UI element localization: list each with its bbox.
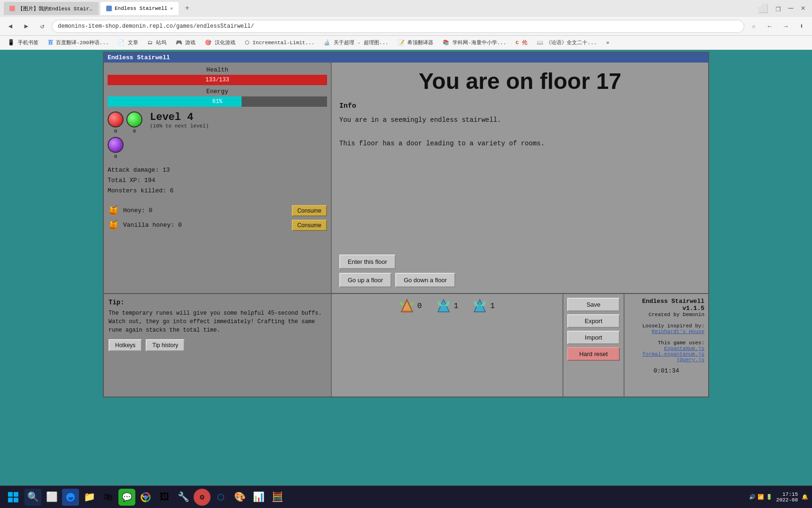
- bookmark-translate[interactable]: 百 百度翻译-200种语...: [44, 38, 113, 47]
- taskbar-wechat[interactable]: 💬: [118, 489, 135, 506]
- top-orbs: 0 0: [108, 111, 142, 134]
- bookmark-games[interactable]: 🎮 游戏: [172, 38, 200, 47]
- level-progress: (10% to next level): [150, 123, 209, 129]
- tray-icon1: 🔊: [749, 494, 756, 500]
- tab-2[interactable]: Endless Stairwell ✕: [101, 2, 179, 15]
- history-forward[interactable]: →: [779, 20, 792, 33]
- go-down-button[interactable]: Go down a floor: [395, 273, 455, 287]
- taskbar-app10[interactable]: ⚙: [194, 489, 211, 506]
- expantanum-link-text[interactable]: ExpantaNum.js: [664, 346, 704, 351]
- taskbar-file-explorer[interactable]: 📁: [81, 489, 98, 506]
- formal-link-text[interactable]: formal-expantanum.js: [642, 351, 704, 357]
- game-title: Endless Stairwell: [108, 54, 170, 61]
- taskbar-app9[interactable]: 🔧: [175, 489, 192, 506]
- nav-bar: ◀ ▶ ↺ demonins-item-shop.demonin.repl.co…: [0, 17, 812, 36]
- level-label: Level 4: [150, 111, 209, 123]
- floor-title: You are on floor 17: [339, 68, 701, 94]
- bookmark-translate-icon: 百: [48, 40, 53, 46]
- forward-button[interactable]: ▶: [20, 20, 33, 33]
- tab-1[interactable]: 【图片】我的Endless Stairwell通道: [4, 2, 99, 15]
- jquery-link-text[interactable]: jQuery.js: [677, 357, 704, 363]
- total-xp-stat: Total XP: 194: [108, 175, 327, 186]
- bookmarks-more[interactable]: »: [602, 39, 613, 47]
- rune-count-1: 0: [417, 302, 422, 310]
- bookmark-mobile[interactable]: 📱 手机书签: [4, 38, 42, 47]
- url-text: demonins-item-shop.demonin.repl.co/games…: [58, 23, 254, 30]
- game-title-bar: Endless Stairwell: [104, 53, 708, 63]
- tab2-favicon: [106, 6, 112, 11]
- tip-text: The temporary runes will give you some h…: [109, 309, 326, 334]
- bookmark-chaoli[interactable]: 🔬 关于超理 - 超理图...: [320, 38, 392, 47]
- game-version: Endless Stairwell v1.1.5: [628, 298, 704, 312]
- tip-panel: Tip: The temporary runes will give you s…: [104, 294, 332, 397]
- jquery-link[interactable]: jQuery.js: [628, 357, 704, 363]
- history-back[interactable]: ←: [763, 20, 776, 33]
- bookmark-station[interactable]: 🗂 站坞: [144, 38, 170, 47]
- go-up-button[interactable]: Go up a floor: [339, 273, 391, 287]
- info-section: Info You are in a seemingly endless stai…: [339, 100, 701, 150]
- title-bar: 【图片】我的Endless Stairwell通道 Endless Stairw…: [0, 0, 812, 17]
- window-maximize[interactable]: ❐: [773, 3, 784, 14]
- honey-name: Honey: 0: [123, 207, 288, 214]
- save-button[interactable]: Save: [567, 298, 620, 311]
- window-controls: ⬜ ❐ — ✕: [755, 3, 808, 14]
- tab2-close[interactable]: ✕: [170, 6, 173, 11]
- export-button[interactable]: Export: [567, 314, 620, 328]
- taskbar-vscode[interactable]: ⬡: [212, 489, 229, 506]
- bookmark-article[interactable]: 📄 文章: [114, 38, 142, 47]
- bookmark-lunyu[interactable]: 📖 《论语》全文二十...: [533, 38, 601, 47]
- taskbar-store[interactable]: 🛍: [100, 489, 117, 506]
- svg-rect-6: [8, 498, 13, 502]
- taskbar-edge[interactable]: [62, 489, 79, 506]
- start-button[interactable]: [4, 489, 23, 506]
- bookmark-chinese-games[interactable]: 🎯 汉化游戏: [201, 38, 239, 47]
- bookmark-c-icon[interactable]: C 伦: [512, 38, 531, 47]
- notification-button[interactable]: 🔔: [802, 494, 808, 500]
- window-close[interactable]: ✕: [798, 3, 808, 14]
- taskbar-calculator[interactable]: 🧮: [269, 489, 286, 506]
- new-tab-button[interactable]: +: [180, 2, 194, 15]
- bookmarks-bar: 📱 手机书签 百 百度翻译-200种语... 📄 文章 🗂 站坞 🎮 游戏 🎯 …: [0, 36, 812, 50]
- honey-consume-button[interactable]: Consume: [292, 205, 327, 216]
- reinhardt-link-text[interactable]: Reinhardt's House: [652, 329, 704, 334]
- back-button[interactable]: ◀: [4, 20, 17, 33]
- address-bar[interactable]: demonins-item-shop.demonin.repl.co/games…: [52, 20, 744, 33]
- refresh-button[interactable]: ↺: [36, 20, 49, 33]
- taskbar-photos[interactable]: 🖼: [156, 489, 173, 506]
- chrome-icon: [141, 492, 151, 502]
- taskbar-task-view[interactable]: ⬜: [43, 489, 60, 506]
- info-title: Info: [339, 100, 701, 112]
- tip-history-button[interactable]: Tip history: [146, 339, 185, 351]
- vanilla-consume-button[interactable]: Consume: [292, 220, 327, 231]
- tab2-label: Endless Stairwell: [115, 6, 167, 11]
- download-button[interactable]: ⬇: [795, 20, 808, 33]
- hotkeys-button[interactable]: Hotkeys: [109, 339, 142, 351]
- attack-damage-stat: Attack damage: 13: [108, 165, 327, 175]
- expantanum-link[interactable]: ExpantaNum.js: [628, 346, 704, 351]
- formal-link[interactable]: formal-expantanum.js: [628, 351, 704, 357]
- import-button[interactable]: Import: [567, 331, 620, 344]
- red-orb: [108, 111, 124, 127]
- taskbar-chrome[interactable]: [137, 489, 154, 506]
- taskbar-app12[interactable]: 🎨: [231, 489, 248, 506]
- tip-title: Tip:: [109, 299, 326, 306]
- purple-orb: [108, 137, 124, 153]
- bookmark-star[interactable]: ☆: [747, 20, 760, 33]
- hard-reset-button[interactable]: Hard reset: [567, 347, 620, 361]
- window-restore[interactable]: —: [786, 3, 796, 14]
- window-minimize[interactable]: ⬜: [755, 3, 771, 14]
- tab1-label: 【图片】我的Endless Stairwell通道: [18, 5, 93, 12]
- reinhardts-link[interactable]: Reinhardt's House: [628, 329, 704, 334]
- taskbar-search[interactable]: 🔍: [24, 489, 41, 506]
- taskbar-app13[interactable]: 📊: [250, 489, 267, 506]
- bookmark-xueke[interactable]: 📚 学科网-海量中小学...: [439, 38, 510, 47]
- stats-section: Attack damage: 13 Total XP: 194 Monsters…: [108, 165, 327, 196]
- bookmark-xiding[interactable]: 📝 希顶翻译器: [394, 38, 437, 47]
- bookmark-github[interactable]: ⬡ Incremental-Limit...: [241, 39, 319, 47]
- enter-floor-button[interactable]: Enter this floor: [339, 254, 396, 269]
- taskbar: 🔍 ⬜ 📁 🛍 💬 🖼 🔧 ⚙ ⬡ 🎨 📊 🧮 🔊 📶 🔋 17:15: [0, 485, 812, 508]
- tray-icon3: 🔋: [766, 494, 773, 500]
- svg-rect-4: [8, 492, 13, 497]
- green-orb-count: 0: [133, 128, 136, 134]
- energy-label: Energy: [108, 88, 327, 95]
